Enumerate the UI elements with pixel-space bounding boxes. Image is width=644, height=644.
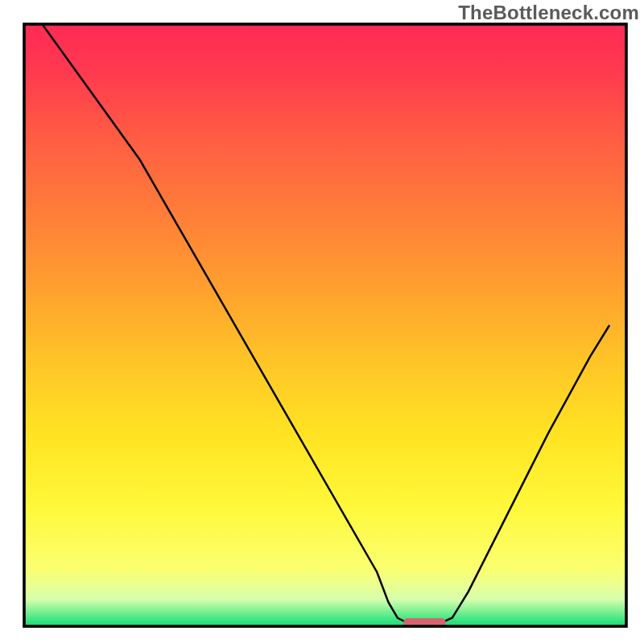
bottleneck-chart: TheBottleneck.com (0, 0, 644, 644)
heatmap-gradient (24, 24, 626, 626)
chart-svg (0, 0, 644, 644)
